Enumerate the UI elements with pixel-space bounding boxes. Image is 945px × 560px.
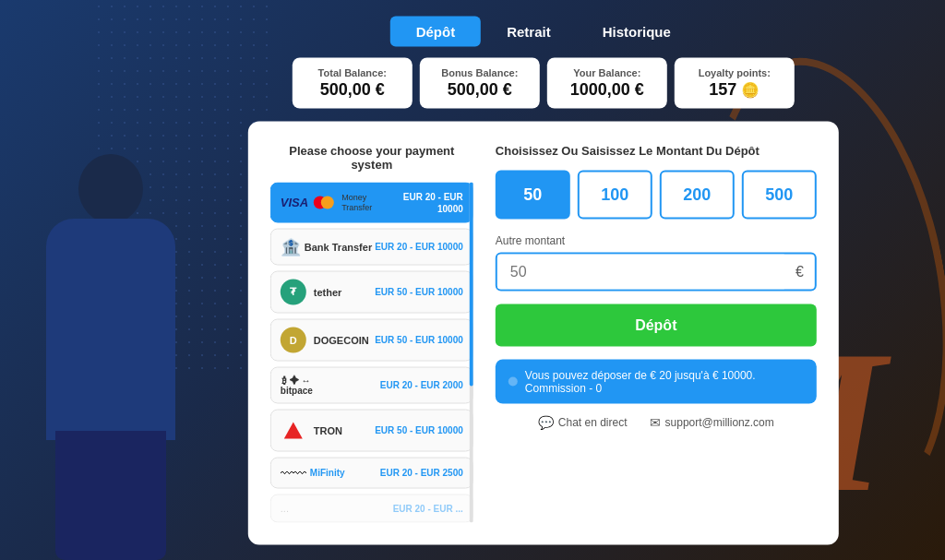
amount-input[interactable] <box>497 254 784 289</box>
tabs-bar: Dépôt Retrait Historique <box>248 16 839 46</box>
amount-panel-title: Choisissez Ou Saisissez Le Montant Du Dé… <box>496 143 817 157</box>
tron-icon <box>281 417 306 443</box>
autre-label: Autre montant <box>496 233 817 246</box>
main-content-box: Please choose your payment system VISA <box>248 121 839 544</box>
tab-depot[interactable]: Dépôt <box>390 16 482 46</box>
person-head <box>78 154 143 223</box>
amount-btn-50[interactable]: 50 <box>496 170 570 219</box>
payment-list-wrapper: VISA Money Transfer EUR 20 - EUR 10000 <box>270 182 473 522</box>
mifinity-label: MiFinity <box>310 468 345 478</box>
info-text: Vous pouvez déposer de € 20 jusqu'à € 10… <box>525 368 804 394</box>
mifinity-icon: 〰〰 <box>281 465 306 480</box>
loyalty-points-value: 157 🪙 <box>689 79 780 99</box>
support-link[interactable]: ✉ support@millionz.com <box>650 414 774 429</box>
scroll-indicator <box>470 182 473 522</box>
bitpace-logo-container: ₿ ✦ ↔ bitpace <box>281 375 354 395</box>
loyalty-coin-icon: 🪙 <box>741 81 760 97</box>
visa-label-text: Money Transfer <box>341 192 385 212</box>
preset-amount-buttons: 50 100 200 500 <box>496 170 817 219</box>
person-body <box>46 219 175 440</box>
bonus-balance-label: Bonus Balance: <box>435 66 525 77</box>
bank-label: Bank Transfer <box>305 241 372 252</box>
payment-list: VISA Money Transfer EUR 20 - EUR 10000 <box>270 182 473 522</box>
tether-range: EUR 50 - EUR 10000 <box>375 286 463 298</box>
tron-range: EUR 50 - EUR 10000 <box>375 424 463 436</box>
total-balance-card: Total Balance: 500,00 € <box>293 57 413 108</box>
person-legs <box>55 431 166 560</box>
total-balance-value: 500,00 € <box>307 79 398 99</box>
tab-retrait[interactable]: Retrait <box>481 16 577 46</box>
payment-item-visa[interactable]: VISA Money Transfer EUR 20 - EUR 10000 <box>270 182 473 222</box>
doge-logo-container: D DOGECOIN <box>281 327 369 352</box>
payment-panel: Please choose your payment system VISA <box>270 143 473 522</box>
payment-item-bank[interactable]: 🏦 Bank Transfer EUR 20 - EUR 10000 <box>270 228 473 265</box>
payment-item-mifinity[interactable]: 〰〰 MiFinity EUR 20 - EUR 2500 <box>270 457 473 488</box>
tron-label: TRON <box>314 424 342 435</box>
bitpace-range: EUR 20 - EUR 2000 <box>380 379 463 391</box>
payment-item-tether[interactable]: ₮ tether EUR 50 - EUR 10000 <box>270 270 473 313</box>
bonus-balance-value: 500,00 € <box>435 79 525 99</box>
tether-logo-container: ₮ tether <box>281 279 354 304</box>
amount-btn-200[interactable]: 200 <box>660 170 735 219</box>
your-balance-card: Your Balance: 1000,00 € <box>547 57 667 108</box>
doge-range: EUR 50 - EUR 10000 <box>375 334 463 346</box>
payment-item-dogecoin[interactable]: D DOGECOIN EUR 50 - EUR 10000 <box>270 318 473 361</box>
chat-label: Chat en direct <box>558 415 628 428</box>
support-email: support@millionz.com <box>665 415 774 428</box>
payment-item-other[interactable]: ... EUR 20 - EUR ... <box>270 494 473 522</box>
doge-label: DOGECOIN <box>314 334 369 345</box>
doge-icon: D <box>281 327 306 352</box>
info-dot-icon <box>508 376 518 386</box>
bank-logo: 🏦 Bank Transfer <box>281 236 372 256</box>
mifinity-range: EUR 20 - EUR 2500 <box>380 467 463 479</box>
mifinity-logo-container: 〰〰 MiFinity <box>281 465 354 480</box>
amount-btn-500[interactable]: 500 <box>742 170 817 219</box>
visa-range: EUR 20 - EUR 10000 <box>385 190 462 214</box>
other-logo: ... <box>281 503 354 514</box>
modal-container: Dépôt Retrait Historique Total Balance: … <box>248 16 839 544</box>
email-icon: ✉ <box>650 414 661 429</box>
payment-item-tron[interactable]: TRON EUR 50 - EUR 10000 <box>270 409 473 451</box>
your-balance-value: 1000,00 € <box>562 79 652 99</box>
info-bar: Vous pouvez déposer de € 20 jusqu'à € 10… <box>496 359 817 403</box>
mastercard-icon <box>314 196 334 209</box>
tether-icon: ₮ <box>281 279 306 304</box>
payment-item-bitpace[interactable]: ₿ ✦ ↔ bitpace EUR 20 - EUR 2000 <box>270 366 473 403</box>
footer-links: 💬 Chat en direct ✉ support@millionz.com <box>496 414 817 429</box>
bank-icon: 🏦 <box>281 236 301 256</box>
deposit-button[interactable]: Dépôt <box>496 304 817 346</box>
amount-btn-100[interactable]: 100 <box>578 170 652 219</box>
balance-cards-row: Total Balance: 500,00 € Bonus Balance: 5… <box>248 57 839 108</box>
loyalty-points-card: Loyalty points: 157 🪙 <box>675 57 795 108</box>
scroll-thumb <box>470 182 473 386</box>
visa-logo: VISA Money Transfer <box>281 192 386 212</box>
tab-historique[interactable]: Historique <box>577 16 697 46</box>
loyalty-points-label: Loyalty points: <box>689 66 780 77</box>
amount-panel: Choisissez Ou Saisissez Le Montant Du Dé… <box>496 143 817 522</box>
bonus-balance-card: Bonus Balance: 500,00 € <box>420 57 540 108</box>
total-balance-label: Total Balance: <box>307 66 398 77</box>
amount-input-row: € <box>496 252 817 291</box>
visa-text: VISA <box>281 196 308 209</box>
tron-logo-container: TRON <box>281 417 354 443</box>
tether-label: tether <box>314 286 342 297</box>
chat-link[interactable]: 💬 Chat en direct <box>538 414 628 429</box>
bank-range: EUR 20 - EUR 10000 <box>375 241 463 253</box>
bitpace-icon: ₿ ✦ ↔ bitpace <box>281 375 313 395</box>
payment-panel-title: Please choose your payment system <box>270 143 473 171</box>
your-balance-label: Your Balance: <box>562 66 652 77</box>
currency-symbol: € <box>784 263 815 280</box>
chat-icon: 💬 <box>538 414 554 429</box>
person-figure <box>28 136 194 560</box>
other-label: ... <box>281 503 289 514</box>
other-range: EUR 20 - EUR ... <box>393 502 463 514</box>
